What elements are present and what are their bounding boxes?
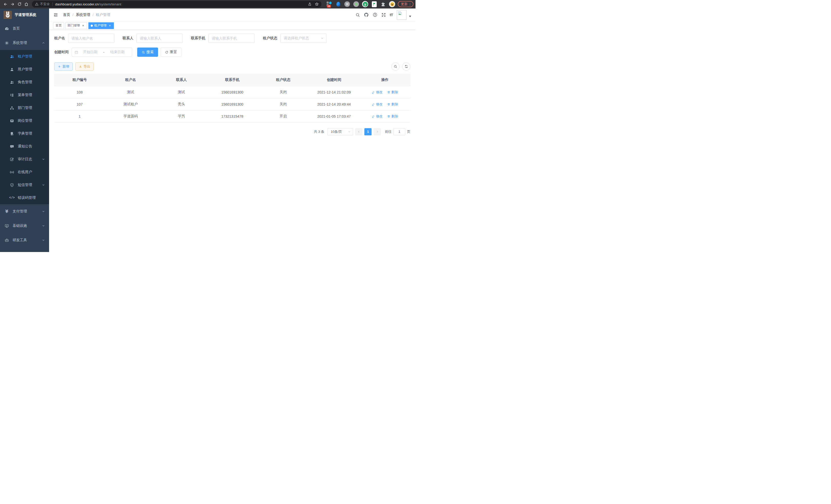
sidebar-item-infra[interactable]: 基础设施	[0, 218, 49, 233]
toggle-search-button[interactable]	[391, 62, 400, 71]
table-header-row: 租户编号 租户名 联系人 联系手机 租户状态 创建时间 操作	[54, 74, 410, 86]
extension-puzzle[interactable]	[380, 1, 386, 7]
sidebar-item-tenant[interactable]: 租户管理	[0, 50, 49, 63]
create-time-range-picker[interactable]: 开始日期 - 结束日期	[72, 48, 132, 57]
browser-home-button[interactable]	[23, 1, 30, 8]
sidebar-item-label: 通知公告	[18, 144, 45, 149]
sidebar-item-home[interactable]: 首页	[0, 21, 49, 36]
sidebar-item-system[interactable]: 系统管理	[0, 36, 49, 50]
trash-icon	[387, 115, 390, 118]
sidebar-item-notice[interactable]: 通知公告	[0, 140, 49, 153]
fullscreen-button[interactable]	[381, 12, 386, 17]
tenant-name-label: 租户名	[54, 36, 65, 40]
breadcrumb-system[interactable]: 系统管理	[76, 12, 90, 17]
user-menu-caret-icon[interactable]	[409, 12, 411, 18]
status-select[interactable]: 请选择租户状态	[280, 34, 326, 43]
tab-dept[interactable]: 部门管理 ×	[65, 22, 87, 29]
sidebar-item-payment[interactable]: ¥ 支付管理	[0, 204, 49, 218]
chevron-up-icon	[42, 41, 45, 45]
bookmark-button[interactable]	[314, 1, 320, 7]
font-size-button[interactable]: tT	[390, 12, 393, 17]
search-button[interactable]: 搜索	[137, 48, 158, 57]
sidebar-item-dev-tools[interactable]: 研发工具	[0, 233, 49, 247]
export-button[interactable]: 导出	[75, 62, 94, 71]
sidebar-item-user[interactable]: 用户管理	[0, 63, 49, 76]
share-button[interactable]	[307, 1, 313, 7]
browser-reload-button[interactable]	[16, 1, 23, 8]
add-button[interactable]: 新增	[54, 62, 73, 71]
range-separator: -	[102, 50, 106, 54]
extension-flag[interactable]	[371, 1, 377, 7]
delete-link[interactable]: 删除	[387, 114, 398, 119]
cell-actions: 修改删除	[360, 86, 410, 98]
browser-update-button[interactable]: 更新 ⋮	[398, 1, 413, 7]
github-button[interactable]	[364, 12, 369, 17]
proxy-square-1	[326, 2, 328, 4]
extension-y-app[interactable]: y	[362, 1, 368, 7]
sidebar-item-sms[interactable]: 短信管理	[0, 179, 49, 191]
reset-button[interactable]: 重置	[161, 48, 181, 57]
extension-balloon[interactable]	[335, 1, 341, 7]
sidebar-item-label: 在线用户	[18, 170, 45, 174]
cell-mobile: 15601691300	[207, 86, 258, 98]
sidebar-item-role[interactable]: 角色管理	[0, 76, 49, 89]
browser-back-button[interactable]	[2, 1, 9, 8]
edit-icon	[372, 103, 375, 106]
sidebar-item-dept[interactable]: 部门管理	[0, 101, 49, 114]
sidebar-item-label: 菜单管理	[18, 93, 45, 97]
delete-link[interactable]: 删除	[387, 102, 398, 107]
header-search-button[interactable]	[355, 12, 360, 17]
sidebar-item-online-users[interactable]: 在线用户	[0, 166, 49, 179]
next-page-button[interactable]	[374, 128, 381, 136]
online-users-icon	[10, 170, 14, 174]
sidebar-logo-row[interactable]: 芋道管理系统	[0, 8, 49, 21]
close-icon[interactable]: ×	[108, 24, 112, 27]
status-select-placeholder: 请选择租户状态	[284, 36, 309, 40]
page-1-button[interactable]: 1	[364, 128, 372, 136]
extension-recorder[interactable]	[353, 1, 359, 7]
close-icon[interactable]: ×	[82, 24, 85, 27]
sidebar-item-audit-log[interactable]: 审计日志	[0, 153, 49, 166]
home-icon	[24, 2, 29, 6]
tab-label: 部门管理	[67, 23, 80, 28]
trash-icon	[387, 103, 390, 106]
breadcrumb-home[interactable]: 首页	[63, 12, 70, 17]
user-avatar[interactable]	[397, 10, 406, 20]
prev-page-button[interactable]	[355, 128, 362, 136]
edit-link[interactable]: 修改	[372, 90, 382, 94]
sidebar-item-menu[interactable]: 菜单管理	[0, 89, 49, 101]
help-button[interactable]	[373, 12, 377, 17]
sidebar-item-dict[interactable]: 字典管理	[0, 127, 49, 140]
tab-home[interactable]: 首页	[53, 22, 64, 29]
cell-tenant-id: 107	[54, 98, 105, 110]
contact-input[interactable]	[137, 34, 183, 43]
cell-tenant-name: 芋道源码	[105, 110, 156, 122]
delete-link[interactable]: 删除	[387, 90, 398, 94]
sidebar-item-label: 首页	[12, 26, 45, 31]
tab-tenant-active[interactable]: 租户管理 ×	[88, 22, 114, 29]
address-bar[interactable]: 不安全 dashboard.yudao.iocoder.cn/system/te…	[32, 1, 321, 7]
chevron-down-icon	[321, 37, 324, 40]
edit-link[interactable]: 修改	[372, 102, 382, 107]
edit-link[interactable]: 修改	[372, 114, 382, 119]
goto-label: 前往	[385, 129, 392, 134]
sidebar-item-error-code[interactable]: </> 错误码管理	[0, 191, 49, 204]
refresh-table-button[interactable]	[402, 62, 410, 71]
tenants-icon	[10, 55, 14, 59]
mobile-input[interactable]	[208, 34, 255, 43]
tab-label: 租户管理	[94, 23, 107, 28]
extension-proxy[interactable]: 10	[326, 1, 332, 7]
extension-command[interactable]: ⌘	[344, 1, 350, 7]
plus-icon	[58, 65, 61, 68]
browser-menu-icon[interactable]: ⋮	[408, 3, 412, 6]
browser-forward-button[interactable]	[9, 1, 16, 8]
sidebar-item-post[interactable]: 岗位管理	[0, 114, 49, 127]
flag-icon	[372, 1, 377, 7]
sidebar-collapse-button[interactable]	[53, 12, 58, 18]
page-size-select[interactable]: 10条/页	[327, 128, 353, 136]
tenant-name-input[interactable]	[68, 34, 114, 43]
profile-avatar[interactable]	[389, 1, 395, 7]
sidebar-item-label: 部门管理	[18, 106, 45, 110]
goto-page-input[interactable]	[393, 128, 405, 136]
security-chip[interactable]: 不安全	[35, 2, 50, 6]
